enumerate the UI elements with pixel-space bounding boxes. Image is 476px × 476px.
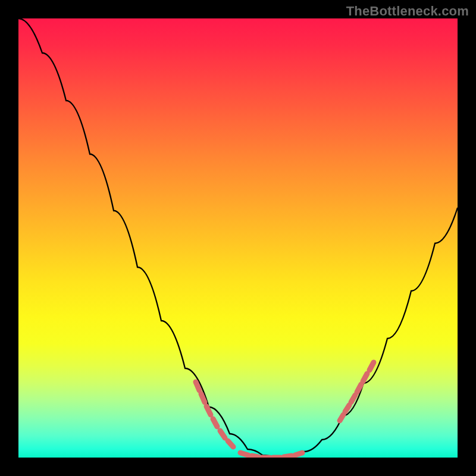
- dash-segment: [220, 431, 225, 438]
- dash-segment: [357, 384, 361, 392]
- dash-segment: [284, 456, 292, 457]
- dash-segment: [228, 441, 233, 447]
- dash-segment: [363, 374, 367, 381]
- dash-segment: [213, 419, 217, 427]
- watermark-text: TheBottleneck.com: [346, 4, 469, 19]
- dash-segment: [345, 405, 349, 412]
- main-curve: [18, 18, 458, 458]
- dash-segment: [295, 453, 302, 455]
- chart-area: [18, 18, 458, 458]
- curve-plot: [18, 18, 458, 458]
- dash-segment: [206, 406, 211, 415]
- dash-segment: [240, 453, 248, 455]
- dash-segment: [196, 382, 199, 390]
- dash-segment: [369, 362, 374, 370]
- dash-segment: [351, 395, 355, 402]
- dash-segment: [252, 456, 258, 457]
- dash-segment: [340, 415, 343, 421]
- dash-segment: [201, 394, 205, 402]
